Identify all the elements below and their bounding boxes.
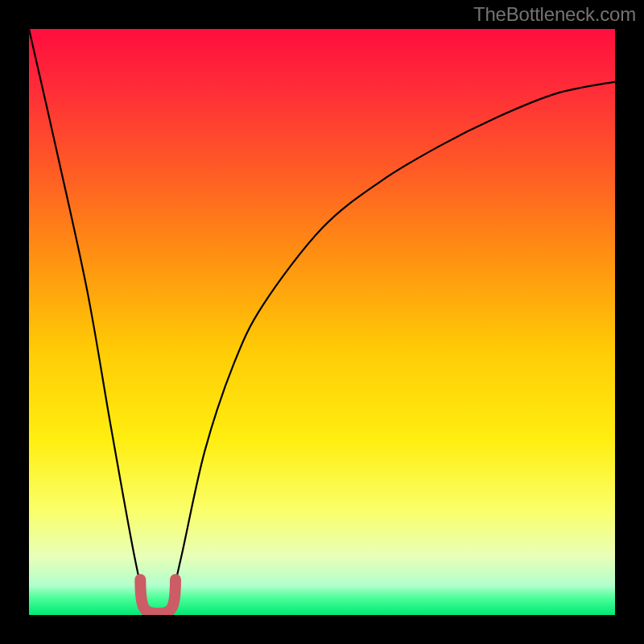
watermark-label: TheBottleneck.com bbox=[473, 3, 636, 26]
chart-area bbox=[29, 29, 615, 615]
svg-rect-0 bbox=[29, 29, 615, 615]
heat-gradient bbox=[29, 29, 615, 615]
